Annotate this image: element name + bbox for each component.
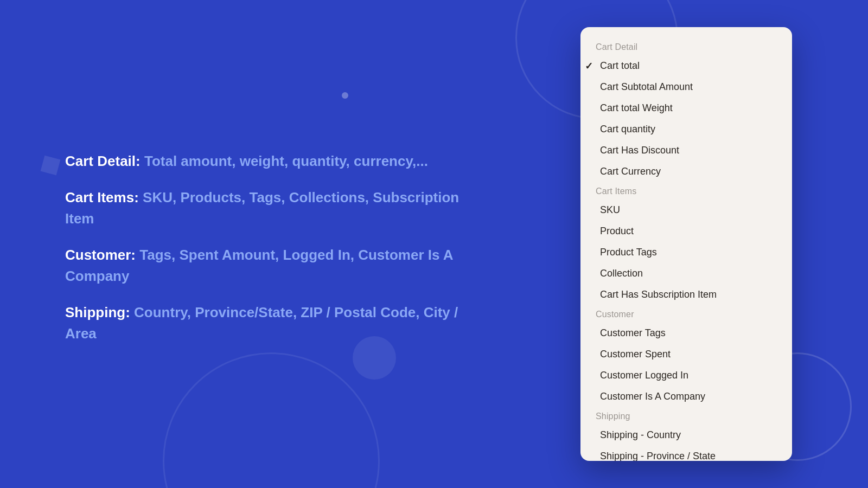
feature-label-cart-detail: Cart Detail: <box>65 153 141 169</box>
checkmark-icon: ✓ <box>585 60 593 72</box>
dropdown-item-3-0[interactable]: Shipping - Country <box>580 425 792 446</box>
dropdown-item-0-5[interactable]: Cart Currency <box>580 161 792 182</box>
feature-block-cart-items: Cart Items: SKU, Products, Tags, Collect… <box>65 187 488 229</box>
dropdown-item-text: Customer Tags <box>596 328 666 339</box>
dropdown-item-1-1[interactable]: Product <box>580 221 792 242</box>
group-label-2: Customer <box>580 305 792 323</box>
dropdown-item-text: Cart total Weight <box>596 102 673 114</box>
dropdown-item-text: Cart total <box>596 60 640 72</box>
group-label-1: Cart Items <box>580 182 792 200</box>
dropdown-item-0-0[interactable]: ✓Cart total <box>580 55 792 76</box>
feature-block-shipping: Shipping: Country, Province/State, ZIP /… <box>65 302 488 344</box>
left-content-area: Cart Detail: Total amount, weight, quant… <box>65 0 488 488</box>
group-label-3: Shipping <box>580 407 792 425</box>
dropdown-item-text: Cart Has Discount <box>596 145 679 156</box>
dropdown-item-text: Customer Spent <box>596 349 671 360</box>
dropdown-item-text: Customer Logged In <box>596 370 688 381</box>
dropdown-item-0-4[interactable]: Cart Has Discount <box>580 140 792 161</box>
dropdown-item-2-0[interactable]: Customer Tags <box>580 323 792 344</box>
dropdown-item-text: Product <box>596 226 634 237</box>
dropdown-item-text: SKU <box>596 204 620 216</box>
dropdown-item-text: Collection <box>596 268 643 279</box>
dropdown-item-text: Shipping - Country <box>596 429 681 441</box>
dropdown-panel: Cart Detail✓Cart totalCart Subtotal Amou… <box>580 27 792 461</box>
dropdown-item-text: Cart Currency <box>596 166 661 177</box>
dropdown-item-1-3[interactable]: Collection <box>580 263 792 284</box>
dropdown-item-1-0[interactable]: SKU <box>580 200 792 221</box>
dropdown-item-0-3[interactable]: Cart quantity <box>580 119 792 140</box>
feature-block-cart-detail: Cart Detail: Total amount, weight, quant… <box>65 151 488 172</box>
group-label-0: Cart Detail <box>580 38 792 55</box>
feature-label-shipping: Shipping: <box>65 304 130 320</box>
dropdown-item-2-1[interactable]: Customer Spent <box>580 344 792 365</box>
dropdown-item-text: Cart Has Subscription Item <box>596 289 717 300</box>
dropdown-item-2-2[interactable]: Customer Logged In <box>580 365 792 386</box>
dropdown-item-text: Product Tags <box>596 247 657 258</box>
feature-label-customer: Customer: <box>65 247 136 263</box>
dropdown-item-1-4[interactable]: Cart Has Subscription Item <box>580 284 792 305</box>
bg-decoration-square-1 <box>41 156 61 176</box>
dropdown-item-text: Customer Is A Company <box>596 391 705 402</box>
dropdown-item-text: Cart quantity <box>596 124 655 135</box>
dropdown-item-1-2[interactable]: Product Tags <box>580 242 792 263</box>
dropdown-item-text: Cart Subtotal Amount <box>596 81 693 93</box>
dropdown-item-text: Shipping - Province / State <box>596 451 716 461</box>
dropdown-item-3-1[interactable]: Shipping - Province / State <box>580 446 792 461</box>
dropdown-item-0-1[interactable]: Cart Subtotal Amount <box>580 76 792 98</box>
dropdown-item-0-2[interactable]: Cart total Weight <box>580 98 792 119</box>
feature-detail-cart-detail: Total amount, weight, quantity, currency… <box>141 153 428 169</box>
feature-block-customer: Customer: Tags, Spent Amount, Logged In,… <box>65 245 488 287</box>
dropdown-item-2-3[interactable]: Customer Is A Company <box>580 386 792 407</box>
feature-label-cart-items: Cart Items: <box>65 189 139 206</box>
